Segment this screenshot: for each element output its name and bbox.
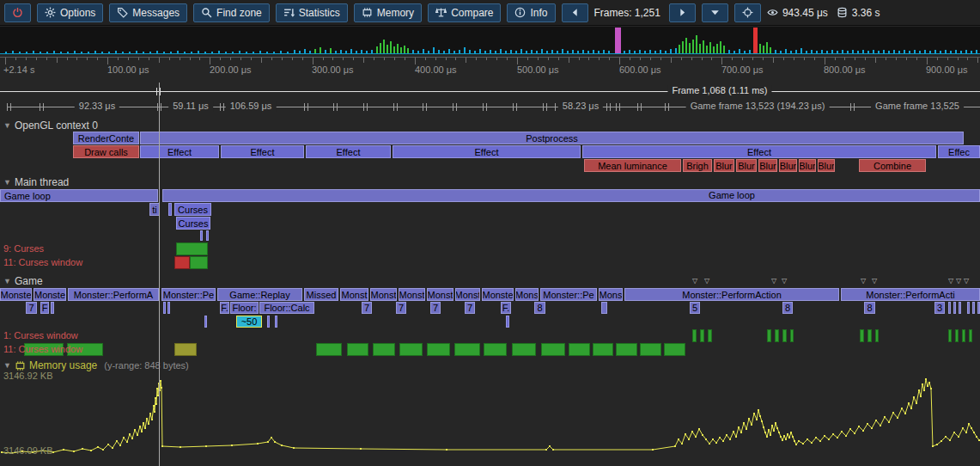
timeline-zone[interactable] [506, 316, 509, 328]
timeline-zone[interactable]: 3 [934, 302, 945, 314]
timeline-zone[interactable] [953, 302, 956, 314]
timeline-zone[interactable] [168, 203, 172, 216]
info-button[interactable]: Info [507, 3, 555, 22]
find-zone-button[interactable]: Find zone [193, 3, 270, 22]
lock-timeline-bar[interactable] [867, 329, 872, 342]
timeline-zone[interactable]: F [40, 302, 49, 314]
timeline-zone[interactable] [206, 230, 209, 241]
lock-timeline-bar[interactable] [399, 343, 423, 356]
lock-timeline-bar[interactable] [969, 329, 972, 342]
timeline-zone[interactable]: 8 [864, 302, 875, 314]
timeline-zone[interactable]: Monste [482, 288, 514, 301]
message-marker[interactable]: ▽ [964, 278, 969, 285]
power-button[interactable] [4, 3, 31, 22]
timeline-zone[interactable]: 7 [26, 302, 37, 314]
prev-frame-button[interactable] [562, 3, 588, 22]
timeline-zone[interactable]: Missed [304, 288, 338, 301]
section-header-game[interactable]: ▼Game [3, 275, 43, 287]
timeline-zone[interactable] [267, 316, 270, 328]
lock-timeline-bar[interactable] [708, 329, 712, 342]
message-marker[interactable]: ▽ [782, 278, 787, 285]
message-marker[interactable]: ▽ [861, 278, 866, 285]
lock-timeline-bar[interactable] [948, 329, 952, 342]
lock-timeline-bar[interactable] [176, 242, 208, 255]
timeline-zone[interactable]: Effect [393, 145, 581, 158]
frame-histogram[interactable] [0, 27, 980, 54]
lock-timeline-bar[interactable] [700, 329, 704, 342]
timeline-zone[interactable] [162, 189, 980, 202]
timeline-zone[interactable]: Blur [818, 159, 835, 172]
timeline-zone[interactable]: Monst [370, 288, 397, 301]
timeline-zone[interactable]: Mean luminance [584, 159, 681, 172]
message-marker[interactable]: ▽ [872, 278, 877, 285]
timeline-zone[interactable] [948, 302, 951, 314]
lock-timeline-bar[interactable] [190, 256, 208, 269]
timeline-zone[interactable]: Combine [859, 159, 926, 172]
collapse-icon[interactable]: ▼ [3, 277, 11, 285]
lock-timeline-bar[interactable] [782, 329, 787, 342]
message-marker[interactable]: ▽ [956, 278, 961, 285]
timeline-zone[interactable]: 7 [465, 302, 475, 314]
lock-timeline-bar[interactable] [593, 343, 613, 356]
message-marker[interactable]: ▽ [948, 278, 953, 285]
section-header-memory-usage[interactable]: ▼Memory usage(y-range: 848 bytes) [3, 359, 189, 371]
lock-timeline-bar[interactable] [962, 329, 965, 342]
timeline-zone[interactable]: ~50 [236, 316, 262, 328]
lock-timeline-bar[interactable] [347, 343, 368, 356]
messages-button[interactable]: Messages [109, 3, 187, 22]
timeline-zone[interactable]: Monster::PerformA [68, 288, 159, 301]
lock-timeline-bar[interactable] [373, 343, 395, 356]
timeline-zone[interactable]: 8 [534, 302, 545, 314]
timeline-zone[interactable]: Monst [455, 288, 480, 301]
timeline-zone[interactable]: Brigh [683, 159, 712, 172]
goto-frame-button[interactable] [734, 3, 761, 22]
timeline-zone[interactable] [163, 302, 166, 314]
timeline-zone[interactable]: Mons [515, 288, 539, 301]
message-marker[interactable]: ▽ [704, 278, 709, 285]
timeline-zone[interactable] [967, 302, 970, 314]
timeline-zone[interactable] [275, 316, 277, 328]
lock-timeline-bar[interactable] [484, 343, 507, 356]
timeline-zone[interactable]: RenderConte [73, 132, 139, 144]
lock-timeline-bar[interactable] [640, 343, 661, 356]
lock-timeline-bar[interactable] [316, 343, 342, 356]
lock-timeline-bar[interactable] [875, 329, 879, 342]
timeline-zone[interactable]: Game::Replay [217, 288, 302, 301]
timeline-zone[interactable]: Effect [221, 145, 304, 158]
timeline-zone[interactable]: 7 [430, 302, 441, 314]
lock-timeline-bar[interactable] [775, 329, 779, 342]
timeline-zone[interactable]: Draw calls [73, 145, 139, 158]
collapse-icon[interactable]: ▼ [3, 121, 11, 130]
lock-timeline-bar[interactable] [616, 343, 637, 356]
timeline-zone[interactable] [51, 302, 54, 314]
timeline-zone[interactable]: Mons [599, 288, 623, 301]
lock-timeline-bar[interactable] [767, 329, 771, 342]
timeline-zone[interactable]: Effect [306, 145, 391, 158]
compare-button[interactable]: Compare [428, 3, 501, 22]
timeline-zone[interactable]: Monster::PerformActi [841, 288, 980, 301]
timeline-zone[interactable]: Effect [582, 145, 936, 158]
timeline-zone[interactable]: Monster::Pe [161, 288, 216, 301]
timeline-zone[interactable]: Monst [427, 288, 453, 301]
timeline-zone[interactable]: 7 [362, 302, 372, 314]
timeline-zone[interactable]: F. [220, 302, 229, 314]
lock-timeline-bar[interactable] [174, 256, 190, 269]
timeline-zone[interactable]: Monster::Pe [540, 288, 597, 301]
lock-timeline-bar[interactable] [692, 329, 697, 342]
next-frame-button[interactable] [669, 3, 696, 22]
timeline-zone[interactable]: Game loop [0, 189, 158, 202]
lock-timeline-bar[interactable] [541, 343, 565, 356]
message-marker[interactable]: ▽ [692, 278, 697, 285]
timeline-zone[interactable]: Monst [340, 288, 368, 301]
timeline-zone[interactable]: 5 [690, 302, 700, 314]
timeline-zone[interactable]: Monst [399, 288, 425, 301]
timeline-zone[interactable]: 8 [782, 302, 793, 314]
timeline-zone[interactable]: Monste [33, 288, 66, 301]
lock-timeline-bar[interactable] [664, 343, 685, 356]
timeline-zone[interactable] [959, 302, 961, 314]
timeline-zone[interactable]: Blur [758, 159, 777, 172]
timeline-zone[interactable]: Floor::Calc [259, 302, 314, 314]
collapse-icon[interactable]: ▼ [3, 361, 11, 370]
timeline-zone[interactable]: Postprocess [140, 132, 964, 144]
timeline-zone[interactable] [972, 302, 975, 314]
